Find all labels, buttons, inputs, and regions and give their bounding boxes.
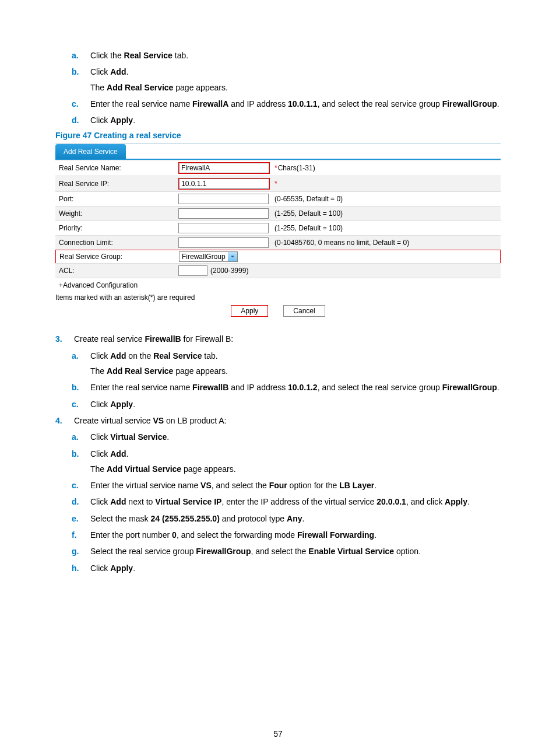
step-4c: c. Enter the virtual service name VS, an… [90,480,501,491]
step-3b: b. Enter the real service name FirewallB… [90,382,501,393]
connection-limit-input[interactable] [178,237,269,248]
step-2a: a. Click the Real Service tab. [90,50,501,61]
step-4b: b. Click Add. The Add Virtual Service pa… [90,448,501,475]
step-4: 4. Create virtual service VS on LB produ… [74,415,501,574]
page-number: 57 [0,729,556,738]
step-list-2: a. Click the Real Service tab. b. Click … [55,50,501,126]
apply-button[interactable]: Apply [231,305,268,317]
row-connection-limit: Connection Limit: (0-10485760, 0 means n… [55,235,501,250]
step-4e: e. Select the mask 24 (255.255.255.0) an… [90,513,501,524]
screenshot-add-real-service: Add Real Service Real Service Name: *Cha… [55,144,501,317]
real-service-ip-input[interactable] [179,178,269,189]
row-acl: ACL: (2000-3999) [55,263,501,278]
step-3c: c. Click Apply. [90,398,501,410]
step-3: 3. Create real service FirewallB for Fir… [74,333,501,410]
row-port: Port: (0-65535, Default = 0) [55,191,501,206]
step-4h: h. Click Apply. [90,562,501,574]
real-service-group-select[interactable]: FirewallGroup [179,251,238,262]
figure-caption: Figure 47 Creating a real service [55,131,501,140]
step-4f: f. Enter the port number 0, and select t… [90,529,501,541]
step-2b: b. Click Add. The Add Real Service page … [90,66,501,93]
tab-add-real-service[interactable]: Add Real Service [55,144,126,159]
cancel-button[interactable]: Cancel [283,305,325,317]
step-3a: a. Click Add on the Real Service tab. Th… [90,350,501,377]
advanced-configuration-link[interactable]: +Advanced Configuration [55,278,501,292]
required-note: Items marked with an asterisk(*) are req… [55,292,501,304]
step-2c: c. Enter the real service name FirewallA… [90,98,501,110]
step-4d: d. Click Add next to Virtual Service IP,… [90,496,501,508]
real-service-name-input[interactable] [179,163,269,173]
row-real-service-ip: Real Service IP: * [55,176,501,192]
row-real-service-group: Real Service Group: FirewallGroup [55,250,501,264]
port-input[interactable] [178,194,269,204]
step-4g: g. Select the real service group Firewal… [90,545,501,557]
acl-input[interactable] [178,265,207,276]
step-2d: d. Click Apply. [90,114,501,126]
row-real-service-name: Real Service Name: *Chars(1-31) [55,160,501,176]
row-weight: Weight: (1-255, Default = 100) [55,206,501,221]
row-priority: Priority: (1-255, Default = 100) [55,220,501,236]
step-4a: a. Click Virtual Service. [90,431,501,443]
chevron-down-icon [228,252,237,261]
weight-input[interactable] [178,208,269,219]
main-step-list: 3. Create real service FirewallB for Fir… [55,333,501,573]
priority-input[interactable] [178,223,269,233]
